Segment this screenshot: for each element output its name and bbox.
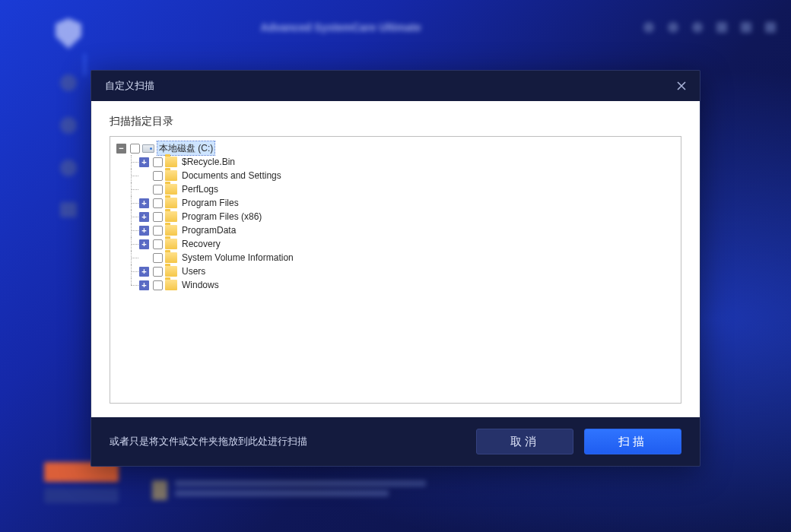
tree-node-label[interactable]: $Recycle.Bin <box>180 155 237 169</box>
dialog-header: 自定义扫描 <box>91 71 700 101</box>
tree-checkbox[interactable] <box>153 212 163 222</box>
folder-icon <box>165 280 177 290</box>
tree-checkbox[interactable] <box>130 144 140 154</box>
tree-node: +Recovery <box>121 237 675 251</box>
scan-directory-label: 扫描指定目录 <box>110 115 681 128</box>
tree-collapse-toggle[interactable]: − <box>116 144 126 154</box>
tree-node: +Users <box>121 264 675 278</box>
tree-node-label[interactable]: Program Files (x86) <box>180 210 263 223</box>
tree-node-root: −本地磁盘 (C:)+$Recycle.BinDocuments and Set… <box>116 141 675 292</box>
tree-checkbox[interactable] <box>153 157 163 167</box>
tree-node-label[interactable]: Windows <box>180 278 221 292</box>
tree-expand-toggle[interactable]: + <box>139 157 149 167</box>
close-icon <box>676 81 687 91</box>
drag-hint-text: 或者只是将文件或文件夹拖放到此处进行扫描 <box>110 435 307 448</box>
tree-expander-none <box>139 253 149 263</box>
cancel-button[interactable]: 取消 <box>476 429 573 454</box>
tree-node: PerfLogs <box>121 182 675 196</box>
blurred-bottom-bar <box>44 488 119 503</box>
tree-node-label[interactable]: System Volume Information <box>180 251 295 264</box>
tree-expander-none <box>139 171 149 181</box>
tree-checkbox[interactable] <box>153 171 163 181</box>
tree-expand-toggle[interactable]: + <box>139 198 149 208</box>
tree-node-label[interactable]: PerfLogs <box>180 182 220 196</box>
blurred-footer-note <box>152 480 426 506</box>
tree-expand-toggle[interactable]: + <box>139 280 149 290</box>
tree-node-label[interactable]: Recovery <box>180 237 222 251</box>
tree-node: Documents and Settings <box>121 169 675 182</box>
tree-node-label[interactable]: Users <box>180 264 207 278</box>
tree-checkbox[interactable] <box>153 267 163 277</box>
dialog-footer: 或者只是将文件或文件夹拖放到此处进行扫描 取消 扫描 <box>91 417 700 466</box>
tree-expand-toggle[interactable]: + <box>139 239 149 249</box>
folder-icon <box>165 157 177 167</box>
dialog-body: 扫描指定目录 −本地磁盘 (C:)+$Recycle.BinDocuments … <box>91 101 700 417</box>
folder-icon <box>165 198 177 208</box>
tree-expander-none <box>139 185 149 195</box>
folder-icon <box>165 252 177 263</box>
tree-node-label[interactable]: 本地磁盘 (C:) <box>157 141 214 155</box>
tree-node: +Program Files <box>121 196 675 210</box>
folder-icon <box>165 211 177 222</box>
tree-checkbox[interactable] <box>153 239 163 249</box>
tree-checkbox[interactable] <box>153 198 163 208</box>
tree-checkbox[interactable] <box>153 185 163 195</box>
tree-node: +$Recycle.Bin <box>121 155 675 169</box>
tree-node: +Windows <box>121 278 675 292</box>
folder-icon <box>165 184 177 195</box>
tree-checkbox[interactable] <box>153 253 163 263</box>
tree-node: +Program Files (x86) <box>121 210 675 223</box>
tree-expand-toggle[interactable]: + <box>139 267 149 277</box>
tree-expand-toggle[interactable]: + <box>139 212 149 222</box>
folder-icon <box>165 225 177 236</box>
tree-checkbox[interactable] <box>153 280 163 290</box>
scan-button[interactable]: 扫描 <box>584 429 681 454</box>
blurred-titlebar: Advanced SystemCare Ultimate <box>38 12 776 43</box>
tree-node: System Volume Information <box>121 251 675 264</box>
blurred-sidebar <box>41 8 96 517</box>
dialog-title: 自定义扫描 <box>105 79 154 93</box>
tree-expand-toggle[interactable]: + <box>139 226 149 236</box>
close-button[interactable] <box>674 78 689 93</box>
shield-icon <box>56 18 81 49</box>
folder-icon <box>165 239 177 249</box>
directory-tree[interactable]: −本地磁盘 (C:)+$Recycle.BinDocuments and Set… <box>110 136 681 404</box>
tree-node-label[interactable]: ProgramData <box>180 223 237 237</box>
custom-scan-dialog: 自定义扫描 扫描指定目录 −本地磁盘 (C:)+$Recycle.BinDocu… <box>91 70 700 467</box>
tree-checkbox[interactable] <box>153 226 163 236</box>
folder-icon <box>165 266 177 277</box>
tree-node-label[interactable]: Program Files <box>180 196 240 210</box>
folder-icon <box>165 170 177 181</box>
tree-node: +ProgramData <box>121 223 675 237</box>
drive-icon <box>142 144 154 153</box>
tree-node-label[interactable]: Documents and Settings <box>180 169 283 182</box>
